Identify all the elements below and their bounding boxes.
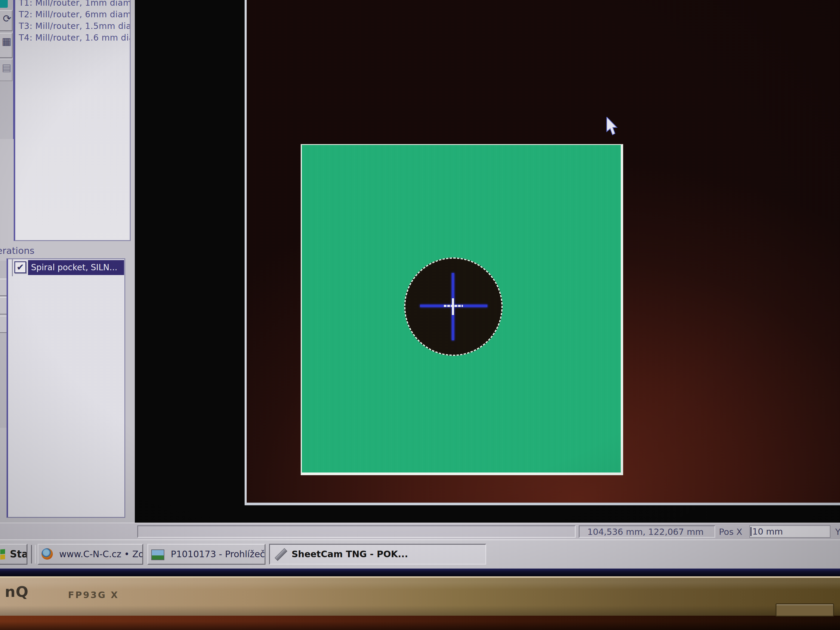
keypad-icon: ▤ [0,60,12,75]
taskbar-divider[interactable] [31,545,36,564]
pos-x-input[interactable]: 10 mm [749,525,831,538]
sheetcam-left-panel: ⟳ ▦ ▤ T1: Mill/router, 1mm diame T2: Mil… [0,0,136,523]
cursor-coordinates: 104,536 mm, 122,067 mm [587,527,704,537]
tool-list-item[interactable]: T2: Mill/router, 6mm diame [15,9,130,20]
tool-list-item[interactable]: T1: Mill/router, 1mm diame [15,0,130,9]
tool-list[interactable]: T1: Mill/router, 1mm diame T2: Mill/rout… [14,0,131,241]
tree-line [12,259,13,276]
operations-list[interactable] [6,258,125,518]
tool-list-item[interactable]: T4: Mill/router, 1.6 mm dia [15,32,130,44]
mouse-cursor-icon [605,117,619,136]
operations-panel-label: Operations [0,245,34,256]
start-label: Start [10,545,27,564]
firefox-icon [41,548,53,560]
operation-enabled-checkbox[interactable]: ✔ [14,261,26,273]
operation-tool-button[interactable] [0,297,7,314]
status-message-field [137,525,576,538]
status-bar: 104,536 mm, 122,067 mm Pos X 10 mm Y [0,523,840,540]
photographed-monitor: ⟳ ▦ ▤ T1: Mill/router, 1mm diame T2: Mil… [0,0,840,630]
crosshair-center-white-horizontal [444,305,463,307]
crt-screen-edge [0,568,840,576]
pos-y-label: Y [835,526,840,537]
refresh-icon: ⟳ [0,11,12,26]
cam-drawing-canvas[interactable] [135,0,840,523]
windows-taskbar: Start www.C-N-C.cz • Zobrazi... P1010173… [0,539,840,568]
refresh-tools-button[interactable]: ⟳ [0,10,13,31]
wooden-desk [0,616,840,630]
operation-tool-button[interactable] [0,316,7,333]
taskbar-button-label: P1010173 - Prohlížeč obr... [171,545,265,564]
monitor-bezel: nQ FP93G X [0,576,840,617]
operation-tool-button[interactable] [0,279,7,296]
check-icon: ✔ [16,262,24,272]
operation-list-item-selected[interactable]: Spiral pocket, SILN... [28,260,124,275]
monitor-model-text: FP93G X [68,590,119,600]
desktop-screen: ⟳ ▦ ▤ T1: Mill/router, 1mm diame T2: Mil… [0,0,840,568]
cursor-coordinates-field: 104,536 mm, 122,067 mm [579,525,715,538]
text-caret [750,527,752,536]
pos-x-label: Pos X [719,526,742,537]
monitor-brand-text: nQ [5,583,28,600]
taskbar-button-firefox[interactable]: www.C-N-C.cz • Zobrazi... [38,544,143,565]
taskbar-button-image-viewer[interactable]: P1010173 - Prohlížeč obr... [147,544,265,565]
taskbar-button-sheetcam[interactable]: SheetCam TNG - POK... [269,544,486,565]
taskbar-button-label: SheetCam TNG - POK... [291,545,408,564]
monitor-control-button [775,603,834,617]
tool-options-button[interactable]: ▤ [0,59,13,81]
sheetcam-icon [273,548,285,560]
tools-toolbar: ⟳ ▦ ▤ [0,0,14,139]
app-corner-icon [0,0,8,8]
tool-list-item[interactable]: T3: Mill/router, 1.5mm diar [15,20,130,32]
tool-table-button[interactable]: ▦ [0,33,13,58]
image-viewer-icon [151,549,164,560]
pos-x-value: 10 mm [752,526,783,537]
start-button[interactable]: Start [0,544,27,565]
windows-logo-icon [0,549,5,560]
operation-label: Spiral pocket, SILN... [31,262,117,272]
grid-icon: ▦ [0,33,12,49]
taskbar-button-label: www.C-N-C.cz • Zobrazi... [59,545,143,564]
